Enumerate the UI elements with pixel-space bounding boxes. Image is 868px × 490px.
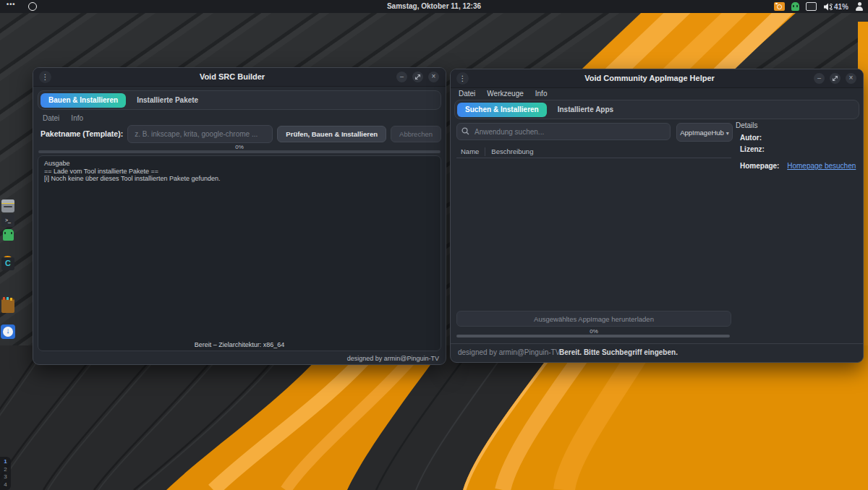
menu-info[interactable]: Info: [71, 114, 83, 122]
output-line: [i] Noch keine über dieses Tool installi…: [44, 175, 435, 183]
helper-tab-bar: Suchen & Installieren Installierte Apps: [454, 100, 859, 119]
cancel-button: Abbrechen: [391, 126, 441, 142]
menu-tools[interactable]: Werkzeuge: [487, 90, 523, 98]
workspace-2[interactable]: 2: [4, 467, 7, 473]
results-table-body[interactable]: [456, 158, 731, 307]
workspace-pager: 1 2 3 4: [0, 457, 11, 490]
minimize-button[interactable]: [814, 73, 825, 84]
src-window-controls: [396, 72, 439, 82]
src-credit-text: designed by armin@Pinguin-TV: [347, 355, 439, 362]
tab-installed-packages[interactable]: Installierte Pakete: [137, 96, 198, 104]
c-app-icon[interactable]: [1, 257, 14, 270]
src-menubar: Datei Info: [43, 114, 83, 122]
maximize-button[interactable]: [412, 72, 423, 82]
src-progress-bar: [38, 150, 441, 153]
desktop: Samstag, Oktober 11, 12:36 41% 1 2: [0, 0, 868, 490]
menu-info[interactable]: Info: [535, 90, 548, 98]
src-window-menu-icon[interactable]: [39, 71, 51, 83]
helper-titlebar[interactable]: Void Community AppImage Helper: [451, 69, 863, 88]
download-appimage-button: Ausgewähltes AppImage herunterladen: [456, 311, 731, 327]
menu-file[interactable]: Datei: [43, 114, 59, 122]
source-dropdown-value: AppImageHub: [680, 129, 724, 137]
source-dropdown[interactable]: AppImageHub: [676, 123, 733, 142]
close-button[interactable]: [846, 73, 856, 84]
user-tray-icon[interactable]: [855, 2, 864, 11]
clock[interactable]: Samstag, Oktober 11, 12:36: [0, 0, 868, 13]
screenshot-tray-icon[interactable]: [774, 2, 785, 11]
helper-credit-text: designed by armin@Pinguin-TV: [458, 348, 560, 356]
ghost-tray-icon[interactable]: [791, 2, 799, 11]
top-panel: Samstag, Oktober 11, 12:36 41%: [0, 0, 868, 13]
helper-progress-percent: 0%: [456, 328, 731, 335]
package-name-input[interactable]: [127, 125, 273, 143]
src-titlebar[interactable]: Void SRC Builder: [33, 68, 446, 87]
output-line: Ausgabe: [44, 160, 435, 168]
chevron-down-icon: [726, 129, 729, 137]
license-label: Lizenz:: [740, 145, 765, 153]
details-header: Details: [736, 121, 859, 129]
column-description: Beschreibung: [491, 147, 533, 155]
appimage-downloader-icon[interactable]: [1, 324, 15, 339]
helper-window-controls: [814, 73, 856, 84]
package-name-label: Paketname (Template):: [38, 129, 123, 138]
dock: [0, 197, 17, 251]
helper-statusbar: designed by armin@Pinguin-TV Bereit. Bit…: [451, 343, 863, 362]
homepage-link[interactable]: Homepage besuchen: [787, 162, 856, 170]
app-search-input[interactable]: [456, 123, 671, 140]
output-line: == Lade vom Tool installierte Pakete ==: [44, 168, 435, 176]
results-table-header: Name Beschreibung: [456, 145, 731, 158]
src-progress-percent: 0%: [33, 144, 446, 150]
src-status-text: Bereit – Zielarchitektur: x86_64: [33, 341, 446, 348]
helper-window-menu-icon[interactable]: [456, 72, 469, 85]
workspace-4[interactable]: 4: [4, 482, 7, 488]
column-name: Name: [456, 147, 485, 155]
src-window-title: Void SRC Builder: [77, 68, 388, 86]
tab-installed-apps[interactable]: Installierte Apps: [558, 106, 613, 113]
workspace-1[interactable]: 1: [4, 459, 7, 465]
src-output-console[interactable]: Ausgabe == Lade vom Tool installierte Pa…: [38, 155, 441, 351]
volume-percent: 41%: [834, 3, 848, 11]
helper-menubar: Datei Werkzeuge Info: [459, 90, 547, 98]
helper-progress-bar: [456, 335, 730, 338]
crate-app-icon[interactable]: [1, 298, 14, 313]
author-label: Autor:: [740, 134, 762, 142]
speaker-icon: [823, 3, 833, 11]
details-panel: Details Autor: Lizenz: Homepage: Homepag…: [736, 121, 859, 173]
display-tray-icon[interactable]: [806, 2, 817, 11]
close-button[interactable]: [428, 72, 439, 82]
maximize-button[interactable]: [830, 73, 841, 84]
window-appimage-helper: Void Community AppImage Helper Datei Wer…: [450, 69, 864, 363]
src-tab-bar: Bauen & Installieren Installierte Pakete: [38, 90, 441, 110]
column-divider: [485, 147, 485, 156]
search-icon: [461, 127, 469, 135]
src-form-row: Paketname (Template): Prüfen, Bauen & In…: [38, 125, 441, 142]
homepage-label: Homepage:: [740, 162, 779, 170]
helper-window-title: Void Community AppImage Helper: [494, 69, 805, 87]
system-tray: 41%: [774, 0, 864, 13]
ghost-app-icon[interactable]: [1, 228, 14, 241]
tab-build-install[interactable]: Bauen & Installieren: [41, 93, 126, 108]
tab-search-install[interactable]: Suchen & Installieren: [457, 103, 547, 117]
volume-indicator[interactable]: 41%: [823, 3, 848, 11]
menu-file[interactable]: Datei: [459, 90, 475, 98]
file-manager-icon[interactable]: [1, 199, 14, 212]
terminal-icon[interactable]: [1, 214, 14, 227]
helper-status-text: Bereit. Bitte Suchbegriff eingeben.: [559, 348, 678, 356]
app-search-field: [456, 123, 671, 140]
window-src-builder: Void SRC Builder Bauen & Installieren In…: [33, 67, 446, 365]
ghost-icon: [3, 229, 14, 241]
check-build-install-button[interactable]: Prüfen, Bauen & Installieren: [277, 126, 386, 142]
workspace-3[interactable]: 3: [4, 474, 7, 480]
minimize-button[interactable]: [396, 72, 407, 82]
